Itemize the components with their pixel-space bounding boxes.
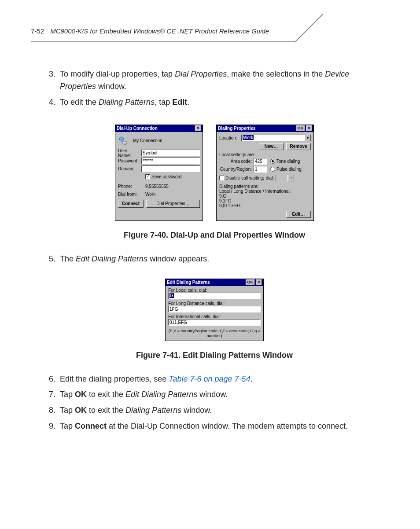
legend-text: (E,e = country/region code; F,f = area c… (168, 328, 261, 338)
country-label: Country/Region: (219, 167, 254, 172)
step-text: Tap OK to exit the Edit Dialing Patterns… (60, 389, 385, 401)
intl-input[interactable] (168, 319, 261, 326)
save-password-checkbox[interactable]: ✓ (145, 174, 150, 179)
local-input[interactable]: G (168, 293, 261, 299)
ok-button[interactable]: OK (246, 279, 255, 285)
pulse-label: Pulse dialing (276, 167, 302, 172)
password-label: Password: (118, 158, 141, 163)
edit-button[interactable]: Edit… (286, 211, 311, 218)
local-settings-label: Local settings are: (219, 152, 311, 157)
dialup-window: Dial-Up Connection × My Connection User … (115, 125, 203, 221)
guide-title: MC9000-K/S for Embedded Windows® CE .NET… (50, 27, 269, 35)
figure-caption-41: Figure 7-41. Edit Dialing Patterns Windo… (44, 351, 385, 360)
disable-call-waiting-checkbox[interactable] (219, 176, 224, 180)
area-code-input[interactable] (254, 158, 267, 165)
step-text: To modify dial-up properties, tap Dial P… (60, 68, 385, 93)
country-input[interactable] (254, 166, 267, 173)
user-label: User Name: (118, 148, 141, 158)
domain-label: Domain: (118, 166, 141, 171)
window-title: Edit Dialing Patterns (167, 280, 245, 285)
titlebar: Edit Dialing Patterns OK × (166, 279, 263, 286)
ld-input[interactable] (168, 306, 261, 312)
dial-select (276, 175, 288, 181)
svg-rect-1 (123, 141, 127, 144)
step-text: To edit the Dialing Patterns, tap Edit. (60, 96, 385, 109)
svg-point-0 (119, 137, 124, 141)
ok-button[interactable]: OK (296, 125, 306, 131)
password-input[interactable] (141, 158, 200, 164)
pattern-2: 9,1FG (219, 198, 311, 203)
titlebar: Dialing Properties OK × (217, 125, 313, 132)
step-text: Tap Connect at the Dial-Up Connection wi… (60, 420, 385, 433)
pattern-1: 9,G (219, 194, 311, 198)
step-6: 6. Edit the dialing properties, see Tabl… (44, 373, 385, 386)
pattern-3: 9,011,EFG (219, 203, 311, 208)
connect-button[interactable]: Connect (118, 200, 144, 208)
intl-label: For International calls, dial: (168, 314, 261, 319)
patterns-sub-label: Local / Long Distance / International: (219, 189, 311, 194)
close-icon[interactable]: × (256, 279, 262, 285)
disable-cw-label: Disable call waiting; (225, 176, 264, 180)
step-7: 7. Tap OK to exit the Edit Dialing Patte… (44, 389, 385, 401)
connection-name: My Connection (133, 138, 162, 143)
step-8: 8. Tap OK to exit the Dialing Patterns w… (44, 404, 385, 417)
phone-value: 9,55555555 (145, 184, 169, 189)
area-code-label: Area code: (219, 159, 254, 164)
figure-7-41: Edit Dialing Patterns OK × For Local cal… (44, 279, 385, 341)
window-title: Dial-Up Connection (117, 126, 194, 131)
page-content: 3. To modify dial-up properties, tap Dia… (44, 68, 385, 436)
titlebar: Dial-Up Connection × (115, 125, 203, 132)
pulse-radio[interactable] (270, 167, 275, 172)
step-text: Edit the dialing properties, see Table 7… (60, 373, 385, 386)
step-4: 4. To edit the Dialing Patterns, tap Edi… (44, 96, 385, 109)
figure-caption-40: Figure 7-40. Dial-Up and Dial Properties… (44, 231, 385, 240)
phone-label: Phone: (118, 184, 145, 189)
connection-icon (118, 136, 129, 146)
step-num: 9. (44, 420, 60, 433)
dialfrom-label: Dial from: (118, 192, 145, 197)
save-password-label: Save password (151, 174, 181, 179)
close-icon[interactable]: × (195, 125, 201, 131)
step-text: The Edit Dialing Patterns window appears… (60, 253, 385, 265)
step-5: 5. The Edit Dialing Patterns window appe… (44, 253, 385, 265)
svg-rect-2 (124, 144, 126, 145)
header-rule-diag (295, 13, 324, 42)
dialfrom-value: Work (145, 192, 155, 197)
local-call-label: For Local calls, dial: (168, 288, 261, 293)
step-num: 3. (44, 68, 60, 93)
tone-label: Tone dialing (276, 159, 300, 164)
dialing-properties-window: Dialing Properties OK × Location: Work ▼… (216, 125, 314, 221)
step-num: 4. (44, 96, 60, 109)
tone-radio[interactable] (270, 159, 275, 164)
close-icon[interactable]: × (306, 125, 312, 131)
header-rule (31, 41, 295, 42)
remove-button[interactable]: Remove (286, 143, 311, 150)
step-3: 3. To modify dial-up properties, tap Dia… (44, 68, 385, 93)
dial-label: dial: (266, 176, 274, 180)
figure-7-40: Dial-Up Connection × My Connection User … (44, 125, 385, 221)
dial-properties-button[interactable]: Dial Properties… (146, 200, 200, 208)
window-title: Dialing Properties (218, 126, 295, 131)
location-label: Location: (219, 136, 241, 140)
step-9: 9. Tap Connect at the Dial-Up Connection… (44, 420, 385, 433)
new-button[interactable]: New… (259, 143, 284, 150)
patterns-are-label: Dialing patterns are: (219, 184, 311, 189)
step-num: 6. (44, 373, 60, 386)
crossref-link[interactable]: Table 7-6 on page 7-54 (169, 375, 250, 383)
domain-input[interactable] (141, 165, 200, 172)
user-input[interactable] (141, 150, 200, 156)
page-header: 7-52 MC9000-K/S for Embedded Windows® CE… (31, 22, 389, 44)
chevron-down-icon[interactable]: ▼ (305, 135, 311, 141)
step-text: Tap OK to exit the Dialing Patterns wind… (60, 404, 385, 417)
step-num: 5. (44, 253, 60, 265)
step-num: 7. (44, 389, 60, 401)
chevron-down-icon: ▼ (288, 175, 294, 181)
location-select[interactable]: Work (241, 135, 305, 141)
edit-dialing-patterns-window: Edit Dialing Patterns OK × For Local cal… (165, 279, 264, 341)
step-num: 8. (44, 404, 60, 417)
ld-label: For Long Distance calls, dial: (168, 301, 261, 306)
page-number: 7-52 (31, 27, 44, 35)
